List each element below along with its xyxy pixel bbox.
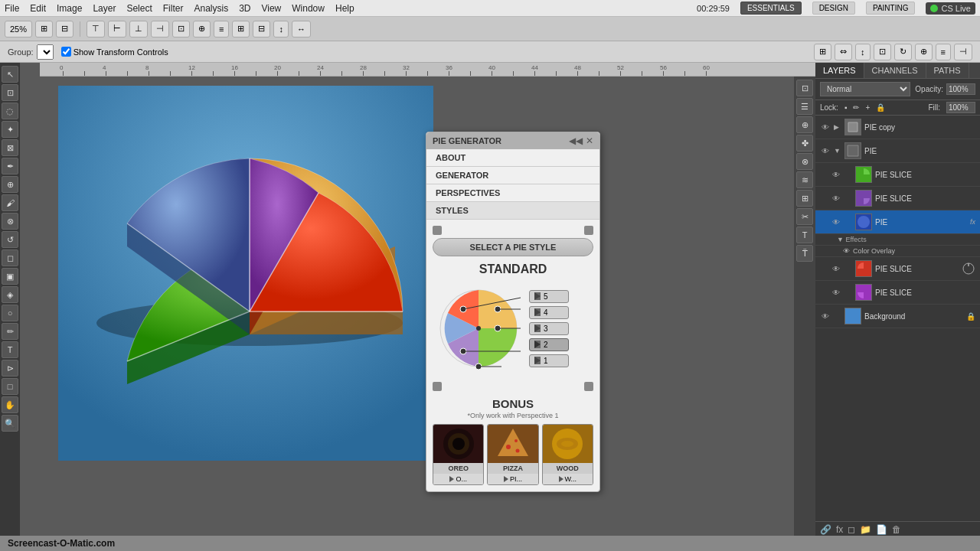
align-btn-1[interactable]: ⊤ xyxy=(87,21,105,37)
channels-tab[interactable]: CHANNELS xyxy=(864,63,926,78)
gradient-tool[interactable]: ▣ xyxy=(2,268,18,285)
canvas-tool-5[interactable]: ⊗ xyxy=(796,153,813,170)
zoom-tool[interactable]: 🔍 xyxy=(2,415,18,432)
layer-pie-slice-4[interactable]: 👁 PIE SLICE xyxy=(815,281,980,305)
expand-icon-2[interactable]: ▼ xyxy=(834,147,841,155)
new-layer-btn[interactable]: 📄 xyxy=(876,524,887,535)
lock-icon-4[interactable]: 🔒 xyxy=(876,103,885,112)
transform-btn-5[interactable]: ↻ xyxy=(894,44,912,60)
visibility-eye-1[interactable]: 👁 xyxy=(820,122,831,132)
delete-layer-btn[interactable]: 🗑 xyxy=(892,524,901,535)
visibility-eye-4[interactable]: 👁 xyxy=(831,193,841,204)
history-brush-tool[interactable]: ↺ xyxy=(2,231,18,248)
layer-pie-slice-1[interactable]: 👁 PIE SLICE xyxy=(815,163,980,187)
type-tool[interactable]: T xyxy=(2,341,18,358)
hand-tool[interactable]: ✋ xyxy=(2,396,18,413)
style-btn-1[interactable]: 1 xyxy=(529,354,569,367)
cs-live-btn[interactable]: CS Live xyxy=(926,2,975,15)
expand-icon-1[interactable]: ▶ xyxy=(834,123,841,131)
filter-menu[interactable]: Filter xyxy=(163,3,184,14)
align-btn-9[interactable]: ⊟ xyxy=(253,21,270,37)
lock-icon-3[interactable]: + xyxy=(865,103,870,112)
layers-tab[interactable]: LAYERS xyxy=(815,63,864,78)
zoom-select[interactable]: 25% xyxy=(5,21,32,37)
magic-wand-tool[interactable]: ✦ xyxy=(2,121,18,138)
style-btn-2[interactable]: 2 xyxy=(529,338,569,351)
help-menu[interactable]: Help xyxy=(335,3,354,14)
analysis-menu[interactable]: Analysis xyxy=(194,3,228,14)
align-btn-10[interactable]: ↕ xyxy=(273,21,289,37)
arrange-btn[interactable]: ⊟ xyxy=(56,21,74,37)
wood-action[interactable]: W... xyxy=(543,474,593,484)
pie-gen-generator[interactable]: GENERATOR xyxy=(426,167,599,184)
opacity-input[interactable] xyxy=(946,83,975,95)
design-btn[interactable]: DESIGN xyxy=(812,2,855,15)
file-menu[interactable]: File xyxy=(5,3,19,14)
add-style-btn[interactable]: fx xyxy=(836,524,843,535)
visibility-eye-6[interactable]: 👁 xyxy=(831,263,841,274)
visibility-eye-3[interactable]: 👁 xyxy=(831,169,841,180)
visibility-eye-8[interactable]: 👁 xyxy=(820,311,831,321)
paths-tab[interactable]: PATHS xyxy=(926,63,969,78)
blur-tool[interactable]: ◈ xyxy=(2,286,18,303)
visibility-eye-2[interactable]: 👁 xyxy=(820,145,831,156)
transform-btn-1[interactable]: ⊞ xyxy=(814,44,831,60)
crop-tool[interactable]: ⊠ xyxy=(2,139,18,156)
layer-pie-selected[interactable]: 👁 PIE fx xyxy=(815,210,980,234)
add-mask-btn[interactable]: ◻ xyxy=(848,524,855,535)
pie-gen-perspectives[interactable]: PERSPECTIVES xyxy=(426,184,599,202)
pizza-action[interactable]: PI... xyxy=(488,474,537,484)
marquee-tool[interactable]: ⊡ xyxy=(2,84,18,101)
canvas-tool-10[interactable]: T̈ xyxy=(796,245,813,262)
visibility-eye-5[interactable]: 👁 xyxy=(831,217,841,227)
bottom-right-handle[interactable] xyxy=(584,382,593,391)
blend-mode-select[interactable]: Normal xyxy=(820,82,910,96)
layer-pie-group[interactable]: 👁 ▼ PIE xyxy=(815,139,980,163)
pen-tool[interactable]: ✏ xyxy=(2,323,18,340)
view-menu[interactable]: View xyxy=(261,3,281,14)
painting-btn[interactable]: PAINTING xyxy=(866,2,915,15)
canvas-tool-7[interactable]: ⊞ xyxy=(796,190,813,207)
canvas-tool-1[interactable]: ⊡ xyxy=(796,80,813,96)
layer-pie-slice-3[interactable]: 👁 PIE SLICE xyxy=(815,257,980,281)
lock-icon-2[interactable]: ✏ xyxy=(853,103,859,112)
show-transform-label[interactable]: Show Transform Controls xyxy=(61,47,168,57)
brush-tool[interactable]: 🖌 xyxy=(2,194,18,211)
style-btn-5[interactable]: 5 xyxy=(529,290,569,303)
select-menu[interactable]: Select xyxy=(126,3,152,14)
align-btn-7[interactable]: ≡ xyxy=(214,21,229,37)
align-btn-5[interactable]: ⊡ xyxy=(172,21,190,37)
style-btn-3[interactable]: 3 xyxy=(529,322,569,335)
grid-btn[interactable]: ⊞ xyxy=(35,21,53,37)
eyedropper-tool[interactable]: ✒ xyxy=(2,158,18,174)
transform-btn-2[interactable]: ⇔ xyxy=(835,44,852,60)
path-select-tool[interactable]: ⊳ xyxy=(2,360,18,377)
window-menu[interactable]: Window xyxy=(292,3,325,14)
pie-gen-prev-btn[interactable]: ◀◀ xyxy=(569,135,583,146)
bottom-left-handle[interactable] xyxy=(433,382,442,391)
shape-tool[interactable]: □ xyxy=(2,378,18,395)
bonus-item-wood[interactable]: WOOD W... xyxy=(542,424,593,485)
layer-background[interactable]: 👁 Background 🔒 xyxy=(815,305,980,328)
clone-stamp-tool[interactable]: ⊗ xyxy=(2,213,18,230)
move-tool[interactable]: ↖ xyxy=(2,66,18,83)
lasso-tool[interactable]: ◌ xyxy=(2,103,18,119)
top-left-handle[interactable] xyxy=(433,226,442,235)
canvas-tool-9[interactable]: T xyxy=(796,227,813,243)
link-layers-btn[interactable]: 🔗 xyxy=(820,524,831,535)
image-menu[interactable]: Image xyxy=(57,3,82,14)
group-select[interactable] xyxy=(37,44,54,60)
layer-menu[interactable]: Layer xyxy=(93,3,116,14)
align-btn-8[interactable]: ⊞ xyxy=(232,21,250,37)
align-btn-4[interactable]: ⊣ xyxy=(151,21,169,37)
show-transform-checkbox[interactable] xyxy=(61,47,71,57)
layer-pie-copy[interactable]: 👁 ▶ PIE copy xyxy=(815,116,980,139)
pie-gen-about[interactable]: ABOUT xyxy=(426,149,599,167)
essentials-btn[interactable]: ESSENTIALS xyxy=(740,2,802,15)
lock-icon-1[interactable]: ▪ xyxy=(844,103,848,112)
3d-menu[interactable]: 3D xyxy=(239,3,250,14)
transform-btn-4[interactable]: ⊡ xyxy=(874,44,891,60)
transform-btn-8[interactable]: ⊣ xyxy=(954,44,972,60)
dodge-tool[interactable]: ○ xyxy=(2,305,18,321)
oreo-action[interactable]: O... xyxy=(433,474,483,484)
